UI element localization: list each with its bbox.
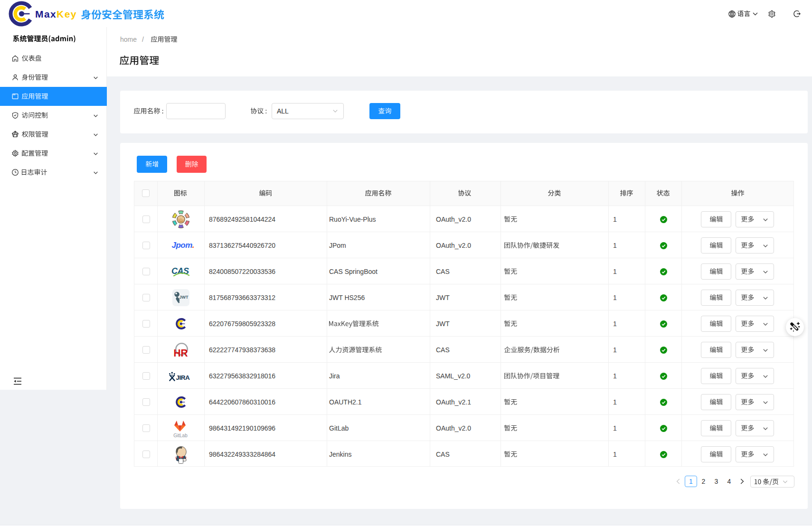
svg-text:GitLab: GitLab bbox=[173, 433, 188, 438]
svg-text:HR: HR bbox=[174, 347, 188, 359]
svg-text:JWT: JWT bbox=[179, 295, 189, 300]
svg-text:JIRA: JIRA bbox=[176, 374, 190, 381]
